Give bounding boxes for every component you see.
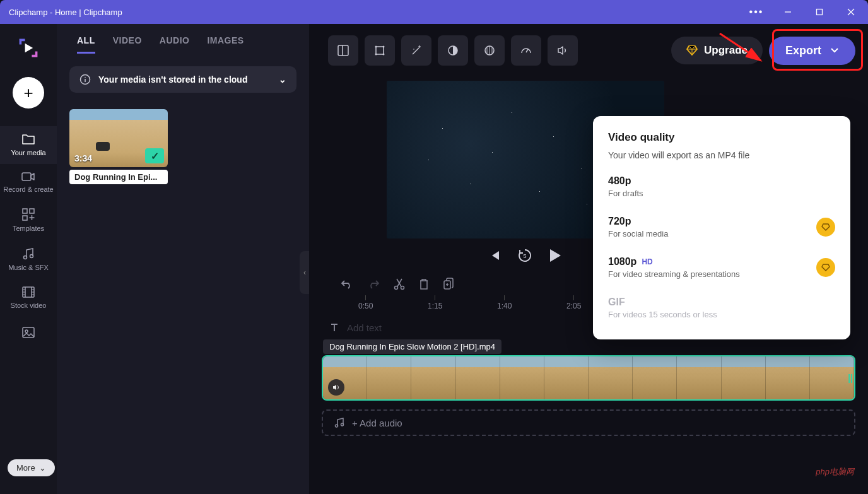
rewind-5-button[interactable]: 5: [517, 247, 533, 264]
image-icon: [22, 327, 35, 338]
media-item[interactable]: 3:34 ✓ Dog Running In Epi...: [69, 109, 168, 184]
tab-all[interactable]: ALL: [77, 35, 95, 54]
close-button[interactable]: [836, 2, 865, 22]
sidebar-item-record-create[interactable]: Record & create: [0, 164, 57, 201]
svg-point-30: [383, 54, 385, 56]
export-label: Export: [785, 44, 821, 57]
sidebar: + Your media Record & create Templates M…: [0, 24, 57, 494]
tab-audio[interactable]: AUDIO: [160, 35, 190, 54]
speedometer-icon: [520, 44, 532, 57]
add-media-button[interactable]: +: [13, 77, 44, 109]
half-circle-icon: [447, 44, 459, 57]
camera-icon: [21, 172, 35, 182]
svg-rect-6: [30, 209, 34, 213]
more-button[interactable]: More ⌄: [8, 459, 55, 476]
undo-button[interactable]: [341, 279, 353, 289]
media-tabs: ALL VIDEO AUDIO IMAGES: [69, 35, 296, 54]
export-option-name: 720p: [608, 216, 668, 227]
svg-line-37: [526, 49, 528, 52]
premium-badge-icon: [816, 218, 835, 237]
minimize-button[interactable]: [773, 2, 802, 22]
sidebar-item-label: Your media: [11, 149, 45, 156]
sidebar-item-stock-video[interactable]: Stock video: [0, 279, 57, 317]
add-audio-label: + Add audio: [352, 418, 402, 428]
music-icon: [23, 247, 34, 260]
app-body: + Your media Record & create Templates M…: [0, 24, 868, 494]
chevron-down-icon: [830, 47, 839, 54]
maximize-button[interactable]: [805, 2, 834, 22]
upgrade-label: Upgrade: [704, 44, 748, 57]
export-option-desc: For social media: [608, 229, 668, 238]
add-text-label: Add text: [347, 322, 382, 333]
sidebar-item-your-media[interactable]: Your media: [0, 126, 57, 164]
export-option-desc: For video streaming & presentations: [608, 269, 740, 279]
export-option-gif[interactable]: GIF For videos 15 seconds or less: [593, 288, 850, 328]
sidebar-item-label: Templates: [13, 225, 44, 232]
sidebar-item-extra[interactable]: [0, 319, 57, 346]
export-option-720p[interactable]: 720p For social media: [593, 207, 850, 247]
svg-point-8: [24, 256, 27, 259]
ruler-tick: 2:05: [566, 295, 581, 310]
svg-rect-7: [23, 216, 27, 220]
templates-icon: [22, 208, 35, 221]
play-button[interactable]: [548, 248, 562, 263]
magic-button[interactable]: [401, 35, 431, 66]
svg-point-28: [383, 46, 385, 48]
redo-button[interactable]: [367, 279, 380, 289]
svg-rect-1: [817, 9, 823, 15]
more-label: More: [16, 463, 35, 473]
hd-badge: HD: [642, 257, 652, 266]
split-button[interactable]: [394, 278, 405, 290]
ruler-tick: 0:50: [358, 295, 373, 310]
crop-button[interactable]: [365, 35, 395, 66]
svg-point-40: [395, 286, 398, 290]
export-option-1080p[interactable]: 1080pHD For video streaming & presentati…: [593, 247, 850, 288]
media-duration: 3:34: [74, 153, 92, 163]
clip-trim-handle[interactable]: ||: [848, 373, 853, 383]
ruler-tick: 1:15: [428, 295, 442, 310]
duplicate-button[interactable]: [443, 278, 454, 290]
media-thumbnail: 3:34 ✓: [69, 109, 168, 167]
upgrade-button[interactable]: Upgrade: [671, 37, 763, 64]
speaker-icon: [556, 44, 569, 57]
sidebar-item-templates[interactable]: Templates: [0, 201, 57, 240]
tab-video[interactable]: VIDEO: [113, 35, 142, 54]
sidebar-item-label: Music & SFX: [8, 264, 49, 271]
media-name: Dog Running In Epi...: [69, 170, 168, 184]
folder-icon: [21, 134, 35, 145]
video-clip[interactable]: ||: [322, 355, 855, 401]
more-options-button[interactable]: •••: [742, 2, 771, 22]
layout-icon: [337, 44, 349, 57]
gem-icon: [686, 45, 698, 56]
audio-button[interactable]: [548, 35, 578, 66]
crop-icon: [373, 44, 386, 57]
sidebar-item-label: Stock video: [11, 302, 47, 309]
text-icon: [329, 322, 339, 332]
add-audio-track[interactable]: + Add audio: [322, 409, 855, 436]
clipchamp-logo-icon: [17, 37, 40, 59]
app-logo: [16, 35, 41, 61]
magic-wand-icon: [410, 44, 423, 57]
clip-audio-icon[interactable]: [328, 379, 344, 396]
sidebar-item-music-sfx[interactable]: Music & SFX: [0, 240, 57, 279]
window-controls: •••: [742, 2, 865, 22]
layout-button[interactable]: [328, 35, 358, 66]
speed-button[interactable]: [511, 35, 541, 66]
cloud-storage-notice[interactable]: Your media isn't stored in the cloud ⌄: [69, 66, 296, 93]
export-option-name: GIF: [608, 297, 717, 308]
svg-point-23: [85, 77, 86, 78]
export-option-480p[interactable]: 480p For drafts: [593, 167, 850, 207]
export-button[interactable]: Export: [769, 37, 855, 65]
tab-images[interactable]: IMAGES: [207, 35, 243, 54]
filter-button[interactable]: [474, 35, 505, 66]
premium-badge-icon: [816, 258, 835, 277]
contrast-button[interactable]: [438, 35, 468, 66]
film-icon: [22, 286, 35, 298]
svg-rect-26: [376, 47, 384, 54]
added-check-icon: ✓: [145, 148, 164, 163]
clip-filename-label: Dog Running In Epic Slow Motion 2 [HD].m…: [323, 339, 501, 354]
delete-button[interactable]: [419, 278, 429, 290]
svg-point-44: [341, 423, 344, 426]
chevron-down-icon: ⌄: [279, 74, 286, 85]
skip-back-button[interactable]: [489, 250, 501, 261]
